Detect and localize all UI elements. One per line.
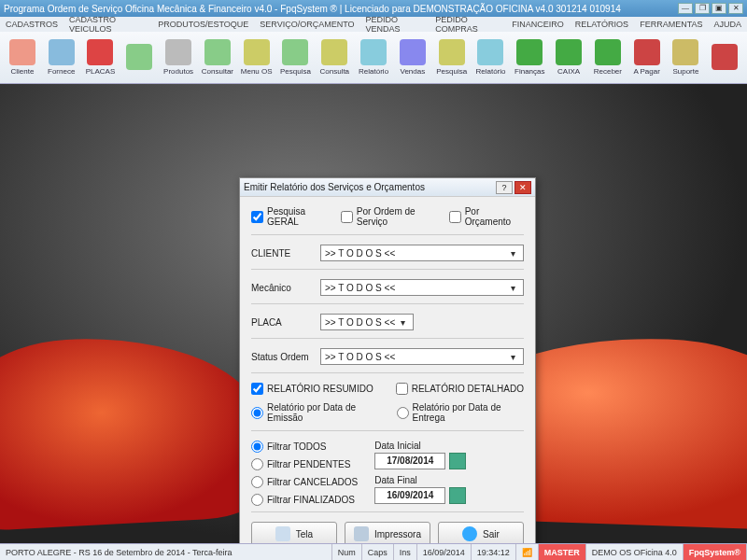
relatorio-resumido-checkbox[interactable]: RELATÓRIO RESUMIDO <box>251 383 374 395</box>
restore-button[interactable]: ▣ <box>712 3 726 14</box>
dialog-close-button[interactable]: ✕ <box>514 181 531 194</box>
statusbar: PORTO ALEGRE - RS 16 de Setembro de 2014… <box>0 543 747 560</box>
toolbar-button[interactable]: Consultar <box>199 39 236 76</box>
menu-item[interactable]: PEDIDO COMPRAS <box>435 15 500 34</box>
toolbar-button[interactable]: Consulta <box>316 39 353 76</box>
menu-item[interactable]: FINANCEIRO <box>512 20 564 29</box>
toolbar-label: Consulta <box>319 67 349 76</box>
dialog-help-button[interactable]: ? <box>496 181 513 194</box>
menu-item[interactable]: FERRAMENTAS <box>640 20 702 29</box>
por-entrega-radio[interactable]: Relatório por Data de Entrega <box>397 402 524 423</box>
toolbar-label: Suporte <box>672 67 698 76</box>
toolbar-label: CAIXA <box>557 67 580 76</box>
printer-icon <box>354 526 369 541</box>
por-os-checkbox[interactable]: Por Ordem de Serviço <box>341 206 444 227</box>
divider <box>251 372 524 373</box>
toolbar-label: Pesquisa <box>280 67 311 76</box>
status-combo[interactable]: >> T O D O S <<▾ <box>320 348 524 365</box>
dialog-button-row: Tela Impressora Sair <box>251 522 524 543</box>
toolbar-label: Consultar <box>202 67 233 76</box>
toolbar-icon <box>516 39 543 65</box>
toolbar-button[interactable]: Fornece <box>43 39 80 76</box>
toolbar-icon <box>9 39 35 65</box>
toolbar-button[interactable]: Finanças <box>511 39 548 76</box>
status-ins: Ins <box>394 544 417 560</box>
toolbar-icon <box>360 39 387 65</box>
menu-item[interactable]: PEDIDO VENDAS <box>366 15 425 34</box>
toolbar-icon <box>634 39 660 65</box>
cliente-label: CLIENTE <box>251 248 315 259</box>
toolbar-button[interactable]: Vendas <box>394 39 431 76</box>
data-final-label: Data Final <box>374 475 466 485</box>
toolbar-button[interactable]: Menu OS <box>238 39 275 76</box>
filtrar-todos-radio[interactable]: Filtrar TODOS <box>251 441 358 453</box>
status-master: MASTER <box>539 544 586 560</box>
toolbar-icon <box>556 39 582 65</box>
menu-item[interactable]: AJUDA <box>713 20 741 29</box>
mecanico-combo[interactable]: >> T O D O S <<▾ <box>320 279 524 296</box>
toolbar-button[interactable] <box>706 44 743 72</box>
toolbar-icon <box>165 39 191 65</box>
menu-item[interactable]: CADASTRO VEICULOS <box>69 15 147 34</box>
toolbar-button[interactable]: Pesquisa <box>277 39 315 76</box>
toolbar-button[interactable]: PLACAS <box>82 39 120 76</box>
menu-item[interactable]: PRODUTOS/ESTOQUE <box>158 20 248 29</box>
dialog-titlebar[interactable]: Emitir Relatório dos Serviços e Orçament… <box>240 178 535 197</box>
menu-item[interactable]: RELATÓRIOS <box>575 20 628 29</box>
toolbar-button[interactable]: Receber <box>589 39 627 76</box>
menu-item[interactable]: SERVIÇO/ORÇAMENTO <box>260 20 354 29</box>
placa-label: PLACA <box>251 317 315 328</box>
toolbar-icon <box>595 39 621 65</box>
sair-button[interactable]: Sair <box>438 522 524 543</box>
toolbar-label: Cliente <box>10 67 34 76</box>
toolbar-button[interactable]: Produtos <box>160 39 197 76</box>
status-caps: Caps <box>362 544 394 560</box>
impressora-button[interactable]: Impressora <box>345 522 430 543</box>
toolbar-label: Relatório <box>475 67 505 76</box>
placa-combo[interactable]: >> T O D O S <<▾ <box>320 314 414 330</box>
divider <box>251 511 524 512</box>
filtrar-finalizados-radio[interactable]: Filtrar FINALIZADOS <box>251 494 358 506</box>
tela-button[interactable]: Tela <box>251 522 337 543</box>
por-orcamento-checkbox[interactable]: Por Orçamento <box>449 206 524 227</box>
chevron-down-icon: ▾ <box>396 317 409 328</box>
dialog-controls: ? ✕ <box>496 181 531 194</box>
toolbar-button[interactable]: Cliente <box>4 39 41 76</box>
toolbar-label: PLACAS <box>86 67 116 76</box>
filter-column: Filtrar TODOS Filtrar PENDENTES Filtrar … <box>251 441 358 506</box>
menu-item[interactable]: CADASTROS <box>6 20 58 29</box>
toolbar-icon <box>477 39 503 65</box>
window-controls: — ❐ ▣ ✕ <box>678 3 743 14</box>
relatorio-detalhado-checkbox[interactable]: RELATÓRIO DETALHADO <box>396 383 524 395</box>
data-final-input[interactable]: 16/09/2014 <box>374 487 445 504</box>
screen-icon <box>275 526 290 541</box>
calendar-icon[interactable] <box>449 487 466 504</box>
toolbar-icon <box>49 39 75 65</box>
toolbar-button[interactable] <box>120 44 158 72</box>
data-inicial-input[interactable]: 17/08/2014 <box>374 453 445 469</box>
data-inicial-label: Data Inicial <box>374 441 466 451</box>
toolbar-icon <box>712 44 738 70</box>
close-window-button[interactable]: ✕ <box>728 3 743 14</box>
status-date: 16/09/2014 <box>417 544 472 560</box>
toolbar-button[interactable]: Relatório <box>355 39 392 76</box>
filtrar-pendentes-radio[interactable]: Filtrar PENDENTES <box>251 458 358 470</box>
toolbar-button[interactable]: Suporte <box>668 39 705 76</box>
menubar: CADASTROS CADASTRO VEICULOS PRODUTOS/EST… <box>0 17 747 32</box>
toolbar-button[interactable]: Relatório <box>472 39 510 76</box>
calendar-icon[interactable] <box>449 453 466 469</box>
status-brand: FpqSystem® <box>684 544 747 560</box>
cliente-combo[interactable]: >> T O D O S <<▾ <box>320 245 524 261</box>
pesquisa-geral-checkbox[interactable]: Pesquisa GERAL <box>251 206 335 227</box>
toolbar-label: Finanças <box>514 67 544 76</box>
maximize-button[interactable]: ❐ <box>695 3 710 14</box>
toolbar-button[interactable]: A Pagar <box>628 39 666 76</box>
toolbar-button[interactable]: CAIXA <box>550 39 587 76</box>
toolbar-button[interactable]: Pesquisa <box>433 39 471 76</box>
toolbar-icon <box>282 39 308 65</box>
chevron-down-icon: ▾ <box>506 283 519 293</box>
dialog-body: Pesquisa GERAL Por Ordem de Serviço Por … <box>240 197 535 543</box>
filtrar-cancelados-radio[interactable]: Filtrar CANCELADOS <box>251 476 358 488</box>
minimize-button[interactable]: — <box>678 3 693 14</box>
por-emissao-radio[interactable]: Relatório por Data de Emissão <box>251 402 382 423</box>
